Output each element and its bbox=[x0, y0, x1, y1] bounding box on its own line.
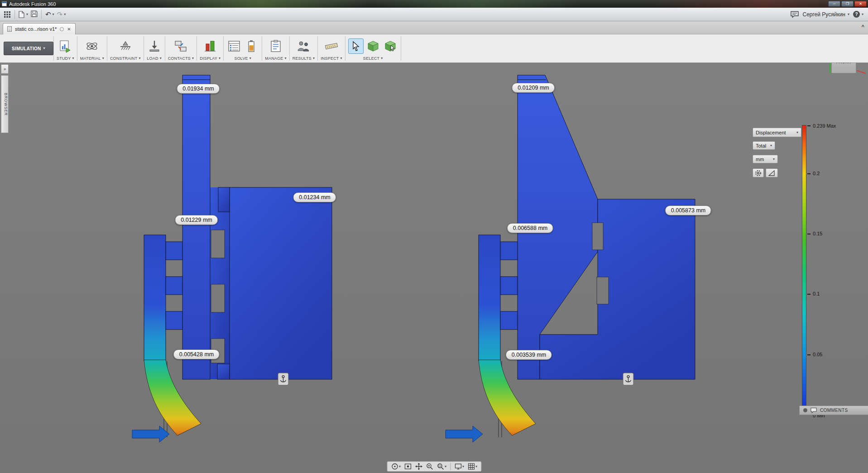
close-button[interactable]: ✕ bbox=[854, 1, 867, 7]
save-icon bbox=[31, 10, 38, 17]
help-button[interactable]: ? ▾ bbox=[853, 11, 863, 18]
legend-tick-mark bbox=[807, 173, 810, 174]
probe-label[interactable]: 0.003539 mm bbox=[506, 350, 552, 360]
legend-scale-style-button[interactable] bbox=[766, 168, 778, 177]
left-model[interactable] bbox=[132, 75, 332, 442]
right-bracket-tooth[interactable] bbox=[500, 242, 518, 260]
chevron-down-icon: ▾ bbox=[796, 131, 798, 134]
left-block-step-top[interactable] bbox=[218, 187, 230, 212]
left-fixed-constraint-icon[interactable] bbox=[278, 373, 288, 385]
probe-label[interactable]: 0.01234 mm bbox=[293, 192, 336, 202]
minimize-button[interactable]: ─ bbox=[828, 1, 840, 7]
inspect-dropdown[interactable]: INSPECT ▾ bbox=[321, 56, 342, 62]
display-settings-button[interactable]: ▾ bbox=[453, 463, 465, 470]
legend-settings-button[interactable] bbox=[753, 168, 764, 177]
chevron-down-icon: ▾ bbox=[462, 465, 464, 468]
left-bracket-tooth[interactable] bbox=[166, 311, 182, 330]
manage-dropdown[interactable]: MANAGE ▾ bbox=[265, 56, 286, 62]
probe-label[interactable]: 0.005873 mm bbox=[665, 205, 711, 215]
study-button[interactable] bbox=[58, 38, 73, 54]
constraint-button[interactable] bbox=[118, 38, 133, 54]
load-dropdown[interactable]: LOAD ▾ bbox=[147, 56, 162, 62]
freeform-select-button[interactable] bbox=[383, 38, 398, 54]
probe-label[interactable]: 0.01229 mm bbox=[175, 215, 218, 225]
legend-unit-dropdown[interactable]: mm ▾ bbox=[753, 155, 778, 163]
chevron-down-icon: ▾ bbox=[399, 465, 401, 468]
model-viewport[interactable] bbox=[0, 0, 868, 473]
redo-button[interactable]: ↷ ▾ bbox=[57, 10, 66, 19]
ribbon-group-results: RESULTS ▾ bbox=[290, 34, 317, 62]
browser-panel-tab[interactable]: BROWSER bbox=[1, 75, 9, 133]
right-bracket-tooth[interactable] bbox=[500, 277, 518, 295]
atom-icon bbox=[85, 39, 99, 53]
right-load-arrow[interactable] bbox=[446, 426, 483, 442]
study-dropdown[interactable]: STUDY ▾ bbox=[57, 56, 74, 62]
left-bracket-tooth[interactable] bbox=[166, 242, 182, 260]
results-button[interactable] bbox=[296, 38, 311, 54]
right-bracket-tooth[interactable] bbox=[500, 311, 518, 330]
solve-dropdown[interactable]: SOLVE ▾ bbox=[234, 56, 251, 62]
app-grid-icon[interactable] bbox=[4, 11, 11, 18]
orbit-button[interactable]: ▾ bbox=[390, 463, 402, 470]
chevron-down-icon: ▾ bbox=[249, 57, 251, 60]
load-button[interactable] bbox=[147, 38, 162, 54]
ribbon-group-select: SELECT ▾ bbox=[345, 34, 401, 62]
look-at-button[interactable] bbox=[403, 463, 412, 470]
group-label: CONTACTS bbox=[168, 56, 191, 61]
inspect-button[interactable] bbox=[324, 38, 339, 54]
job-status-button[interactable] bbox=[244, 38, 259, 54]
browser-expand-button[interactable]: » bbox=[1, 64, 9, 74]
left-model-column[interactable] bbox=[182, 75, 210, 379]
material-button[interactable] bbox=[84, 38, 100, 54]
select-tool-button[interactable] bbox=[348, 38, 364, 54]
right-model[interactable] bbox=[446, 75, 695, 442]
solve-button[interactable] bbox=[226, 38, 242, 54]
probe-label[interactable]: 0.01209 mm bbox=[512, 83, 555, 93]
results-dropdown[interactable]: RESULTS ▾ bbox=[293, 56, 315, 62]
pan-icon bbox=[415, 463, 422, 470]
save-button[interactable] bbox=[31, 10, 38, 19]
workspace-switcher[interactable]: SIMULATION ▾ bbox=[4, 42, 53, 55]
left-block-step-bottom[interactable] bbox=[217, 364, 230, 379]
battery-icon bbox=[246, 39, 256, 53]
maximize-button[interactable]: ❐ bbox=[841, 1, 854, 7]
probe-label[interactable]: 0.01934 mm bbox=[177, 84, 220, 94]
material-dropdown[interactable]: MATERIAL ▾ bbox=[80, 56, 104, 62]
look-at-icon bbox=[404, 463, 412, 470]
contacts-button[interactable] bbox=[173, 38, 188, 54]
tab-close-icon[interactable]: ✕ bbox=[67, 27, 71, 32]
probe-label[interactable]: 0.006588 mm bbox=[507, 223, 553, 233]
legend-color-scale[interactable] bbox=[802, 125, 806, 406]
undo-button[interactable]: ↶ ▾ bbox=[45, 10, 54, 19]
left-bracket-tooth[interactable] bbox=[166, 277, 182, 295]
right-model-bracket[interactable] bbox=[479, 235, 500, 361]
manage-button[interactable] bbox=[268, 38, 283, 54]
select-dropdown[interactable]: SELECT ▾ bbox=[363, 56, 383, 62]
legend-result-dropdown[interactable]: Displacement ▾ bbox=[753, 128, 801, 137]
display-button[interactable] bbox=[202, 38, 218, 54]
document-tab[interactable]: static co...rison v1* ✕ bbox=[3, 23, 76, 34]
collapse-toolbar-icon[interactable]: ^ bbox=[862, 24, 864, 29]
notifications-bubble-icon[interactable] bbox=[791, 11, 799, 18]
legend-component-dropdown[interactable]: Total ▾ bbox=[753, 141, 775, 150]
zoom-button[interactable] bbox=[425, 463, 434, 470]
constraint-dropdown[interactable]: CONSTRAINT ▾ bbox=[110, 56, 141, 62]
left-notch bbox=[211, 230, 225, 258]
group-label: MANAGE bbox=[265, 56, 283, 61]
zoom-window-button[interactable]: ▾ bbox=[436, 463, 447, 470]
file-menu-button[interactable]: ▾ bbox=[19, 11, 28, 18]
display-dropdown[interactable]: DISPLAY ▾ bbox=[200, 56, 221, 62]
user-account-button[interactable]: Сергей Русяйкин ▾ bbox=[802, 11, 849, 18]
chevron-down-icon: ▾ bbox=[475, 465, 477, 468]
left-model-bracket[interactable] bbox=[144, 235, 166, 361]
comment-dot-icon bbox=[803, 408, 807, 412]
grid-icon bbox=[467, 463, 475, 470]
left-model-block[interactable] bbox=[230, 187, 332, 379]
right-fixed-constraint-icon[interactable] bbox=[623, 373, 633, 385]
probe-label[interactable]: 0.005428 mm bbox=[173, 349, 220, 359]
pan-button[interactable] bbox=[414, 463, 423, 470]
grid-layout-button[interactable]: ▾ bbox=[466, 463, 478, 470]
comments-bar[interactable]: COMMENTS bbox=[799, 406, 868, 415]
window-select-button[interactable] bbox=[365, 38, 381, 54]
contacts-dropdown[interactable]: CONTACTS ▾ bbox=[168, 56, 194, 62]
